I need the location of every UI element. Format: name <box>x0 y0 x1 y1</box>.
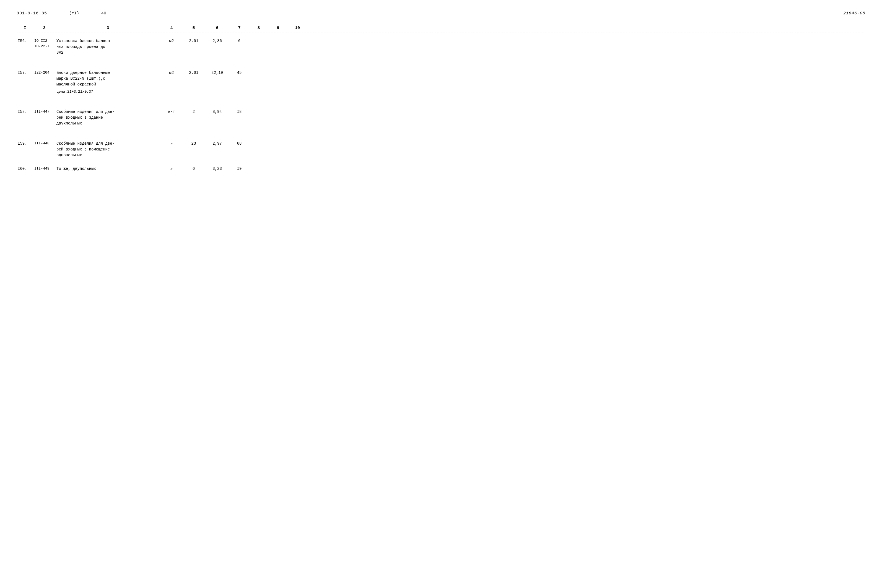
table-row: I57. I22-204 Блоки дверные балконныемарк… <box>16 65 866 98</box>
row-unit: » <box>160 166 183 172</box>
row-qty: 2,01 <box>183 38 205 44</box>
col-2: 2 <box>33 26 56 30</box>
page-header: 901-9-16.85 (YI) 40 21846-05 <box>16 11 866 16</box>
table-row: I59. III-448 Скобяные изделия для две-ре… <box>16 136 866 161</box>
table-row: I60. III-449 То же, двупольных » 6 3,23 … <box>16 164 866 174</box>
data-table: I56. IO-II2IO-22-I Установка блоков балк… <box>16 33 866 174</box>
row-total: I8 <box>230 109 249 115</box>
row-price: 22,19 <box>205 70 230 76</box>
row-code: IO-II2IO-22-I <box>33 38 56 49</box>
col-5: 5 <box>183 26 205 30</box>
col-3: 3 <box>56 26 160 30</box>
row-num: I60. <box>16 166 33 172</box>
row-total: I9 <box>230 166 249 172</box>
row-qty: 23 <box>183 141 205 147</box>
row-qty: 2,01 <box>183 70 205 76</box>
col-1: I <box>16 26 33 30</box>
roman-numeral: (YI) <box>69 11 79 16</box>
row-qty: 6 <box>183 166 205 172</box>
row-total: 45 <box>230 70 249 76</box>
col-7: 7 <box>230 26 249 30</box>
row-unit: » <box>160 141 183 147</box>
row-price: 3,23 <box>205 166 230 172</box>
row-num: I57. <box>16 70 33 76</box>
row-price: 8,94 <box>205 109 230 115</box>
row-desc: Скобяные изделия для две-рей входных в п… <box>56 141 160 158</box>
table-row: I56. IO-II2IO-22-I Установка блоков балк… <box>16 33 866 58</box>
row-num: I56. <box>16 38 33 44</box>
row-total: 68 <box>230 141 249 147</box>
row-unit: м2 <box>160 38 183 44</box>
row-code: III-447 <box>33 109 56 114</box>
row-qty: 2 <box>183 109 205 115</box>
row-num: I59. <box>16 141 33 147</box>
table-row: I58. III-447 Скобяные изделия для две-ре… <box>16 104 866 129</box>
doc-number: 901-9-16.85 <box>16 11 47 16</box>
column-headers: I 2 3 4 5 6 7 8 9 10 <box>16 24 866 33</box>
row-total: 6 <box>230 38 249 44</box>
header-left: 901-9-16.85 (YI) 40 <box>16 11 106 16</box>
row-price: 2,86 <box>205 38 230 44</box>
row-desc: Установка блоков балкон-ных площадь прое… <box>56 38 160 56</box>
col-6: 6 <box>205 26 230 30</box>
ref-number: 21846-05 <box>843 11 866 16</box>
row-code: III-449 <box>33 166 56 171</box>
row-unit: м2 <box>160 70 183 76</box>
col-9: 9 <box>268 26 288 30</box>
row-desc: То же, двупольных <box>56 166 160 172</box>
row-price: 2,97 <box>205 141 230 147</box>
col-8: 8 <box>249 26 268 30</box>
row-desc: Блоки дверные балконныемарка ВС22-9 (Iшт… <box>56 70 160 94</box>
page-number: 40 <box>101 11 106 16</box>
row-code: I22-204 <box>33 70 56 75</box>
row-note: цена:21+3,21х0,37 <box>57 89 159 94</box>
col-4: 4 <box>160 26 183 30</box>
row-code: III-448 <box>33 141 56 146</box>
row-num: I58. <box>16 109 33 115</box>
top-dashed-line <box>16 21 866 21</box>
col-10: 10 <box>288 26 307 30</box>
row-desc: Скобяные изделия для две-рей входных в з… <box>56 109 160 126</box>
row-unit: к-т <box>160 109 183 115</box>
